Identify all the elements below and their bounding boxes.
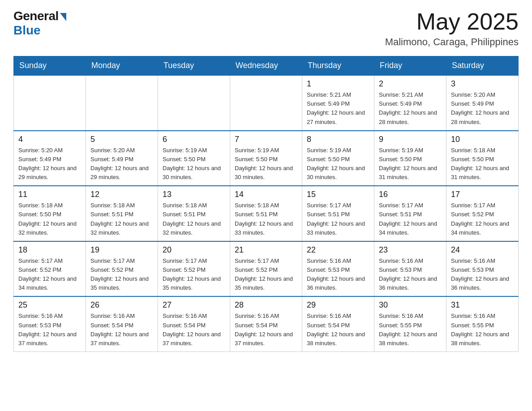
title-block: May 2025 Malimono, Caraga, Philippines <box>385 9 519 48</box>
day-number: 18 <box>18 245 81 255</box>
calendar-cell: 18Sunrise: 5:17 AMSunset: 5:52 PMDayligh… <box>14 241 86 297</box>
day-number: 12 <box>90 190 153 199</box>
day-info: Sunrise: 5:17 AMSunset: 5:51 PMDaylight:… <box>379 201 442 237</box>
day-info: Sunrise: 5:18 AMSunset: 5:50 PMDaylight:… <box>451 146 514 182</box>
day-number: 29 <box>307 300 369 310</box>
day-number: 7 <box>235 135 297 144</box>
calendar-cell: 13Sunrise: 5:18 AMSunset: 5:51 PMDayligh… <box>158 186 230 241</box>
day-number: 13 <box>163 190 225 199</box>
weekday-header-monday: Monday <box>86 56 158 76</box>
day-number: 25 <box>18 300 81 310</box>
calendar-cell <box>14 75 86 131</box>
calendar-cell: 17Sunrise: 5:17 AMSunset: 5:52 PMDayligh… <box>446 186 519 241</box>
calendar-cell: 26Sunrise: 5:16 AMSunset: 5:54 PMDayligh… <box>86 296 158 351</box>
day-number: 28 <box>235 300 297 310</box>
day-number: 1 <box>307 79 369 89</box>
day-info: Sunrise: 5:17 AMSunset: 5:52 PMDaylight:… <box>235 257 297 293</box>
day-info: Sunrise: 5:16 AMSunset: 5:54 PMDaylight:… <box>90 312 153 348</box>
day-number: 27 <box>163 300 225 310</box>
logo-arrow-icon <box>60 13 66 21</box>
day-info: Sunrise: 5:18 AMSunset: 5:51 PMDaylight:… <box>235 201 297 237</box>
day-number: 17 <box>451 190 514 199</box>
day-number: 19 <box>90 245 153 255</box>
day-number: 9 <box>379 135 442 144</box>
day-number: 26 <box>90 300 153 310</box>
calendar-cell: 3Sunrise: 5:20 AMSunset: 5:49 PMDaylight… <box>446 75 519 131</box>
day-info: Sunrise: 5:18 AMSunset: 5:51 PMDaylight:… <box>163 201 225 237</box>
day-number: 2 <box>379 79 442 89</box>
day-info: Sunrise: 5:17 AMSunset: 5:52 PMDaylight:… <box>451 201 514 237</box>
weekday-header-tuesday: Tuesday <box>158 56 230 76</box>
weekday-header-row: SundayMondayTuesdayWednesdayThursdayFrid… <box>14 56 519 76</box>
day-info: Sunrise: 5:17 AMSunset: 5:52 PMDaylight:… <box>90 257 153 293</box>
calendar-cell: 8Sunrise: 5:19 AMSunset: 5:50 PMDaylight… <box>302 131 374 186</box>
calendar-cell: 23Sunrise: 5:16 AMSunset: 5:53 PMDayligh… <box>374 241 446 297</box>
day-info: Sunrise: 5:16 AMSunset: 5:55 PMDaylight:… <box>451 312 514 348</box>
day-info: Sunrise: 5:21 AMSunset: 5:49 PMDaylight:… <box>379 90 442 127</box>
calendar-cell: 28Sunrise: 5:16 AMSunset: 5:54 PMDayligh… <box>230 296 302 351</box>
calendar-cell: 10Sunrise: 5:18 AMSunset: 5:50 PMDayligh… <box>446 131 519 186</box>
day-number: 22 <box>307 245 369 255</box>
calendar-cell: 6Sunrise: 5:19 AMSunset: 5:50 PMDaylight… <box>158 131 230 186</box>
calendar-cell: 2Sunrise: 5:21 AMSunset: 5:49 PMDaylight… <box>374 75 446 131</box>
weekday-header-wednesday: Wednesday <box>230 56 302 76</box>
day-number: 24 <box>451 245 514 255</box>
day-number: 20 <box>163 245 225 255</box>
day-number: 4 <box>18 135 81 144</box>
calendar-cell: 21Sunrise: 5:17 AMSunset: 5:52 PMDayligh… <box>230 241 302 297</box>
day-info: Sunrise: 5:16 AMSunset: 5:54 PMDaylight:… <box>235 312 297 348</box>
week-row-3: 11Sunrise: 5:18 AMSunset: 5:50 PMDayligh… <box>14 186 519 241</box>
logo-general-text: General <box>13 9 59 23</box>
day-info: Sunrise: 5:19 AMSunset: 5:50 PMDaylight:… <box>379 146 442 182</box>
day-number: 30 <box>379 300 442 310</box>
calendar-cell: 29Sunrise: 5:16 AMSunset: 5:54 PMDayligh… <box>302 296 374 351</box>
calendar-cell: 30Sunrise: 5:16 AMSunset: 5:55 PMDayligh… <box>374 296 446 351</box>
day-number: 3 <box>451 79 514 89</box>
calendar-cell: 5Sunrise: 5:20 AMSunset: 5:49 PMDaylight… <box>86 131 158 186</box>
calendar-cell: 20Sunrise: 5:17 AMSunset: 5:52 PMDayligh… <box>158 241 230 297</box>
day-number: 16 <box>379 190 442 199</box>
day-info: Sunrise: 5:19 AMSunset: 5:50 PMDaylight:… <box>163 146 225 182</box>
weekday-header-sunday: Sunday <box>14 56 86 76</box>
calendar-cell: 4Sunrise: 5:20 AMSunset: 5:49 PMDaylight… <box>14 131 86 186</box>
day-number: 31 <box>451 300 514 310</box>
day-info: Sunrise: 5:19 AMSunset: 5:50 PMDaylight:… <box>307 146 369 182</box>
day-info: Sunrise: 5:20 AMSunset: 5:49 PMDaylight:… <box>451 90 514 127</box>
day-info: Sunrise: 5:21 AMSunset: 5:49 PMDaylight:… <box>307 90 369 127</box>
month-title: May 2025 <box>385 9 519 34</box>
day-number: 14 <box>235 190 297 199</box>
day-info: Sunrise: 5:16 AMSunset: 5:53 PMDaylight:… <box>379 257 442 293</box>
day-number: 21 <box>235 245 297 255</box>
calendar-cell: 16Sunrise: 5:17 AMSunset: 5:51 PMDayligh… <box>374 186 446 241</box>
day-info: Sunrise: 5:17 AMSunset: 5:51 PMDaylight:… <box>307 201 369 237</box>
day-number: 15 <box>307 190 369 199</box>
day-number: 11 <box>18 190 81 199</box>
week-row-5: 25Sunrise: 5:16 AMSunset: 5:53 PMDayligh… <box>14 296 519 351</box>
calendar-cell: 25Sunrise: 5:16 AMSunset: 5:53 PMDayligh… <box>14 296 86 351</box>
calendar-cell: 22Sunrise: 5:16 AMSunset: 5:53 PMDayligh… <box>302 241 374 297</box>
calendar-cell: 9Sunrise: 5:19 AMSunset: 5:50 PMDaylight… <box>374 131 446 186</box>
calendar-cell <box>158 75 230 131</box>
calendar-cell <box>86 75 158 131</box>
location-title: Malimono, Caraga, Philippines <box>385 36 519 48</box>
calendar-cell: 11Sunrise: 5:18 AMSunset: 5:50 PMDayligh… <box>14 186 86 241</box>
day-info: Sunrise: 5:19 AMSunset: 5:50 PMDaylight:… <box>235 146 297 182</box>
calendar-table: SundayMondayTuesdayWednesdayThursdayFrid… <box>13 56 519 352</box>
calendar-cell: 12Sunrise: 5:18 AMSunset: 5:51 PMDayligh… <box>86 186 158 241</box>
calendar-cell: 27Sunrise: 5:16 AMSunset: 5:54 PMDayligh… <box>158 296 230 351</box>
calendar-cell: 24Sunrise: 5:16 AMSunset: 5:53 PMDayligh… <box>446 241 519 297</box>
day-info: Sunrise: 5:16 AMSunset: 5:54 PMDaylight:… <box>163 312 225 348</box>
week-row-4: 18Sunrise: 5:17 AMSunset: 5:52 PMDayligh… <box>14 241 519 297</box>
day-info: Sunrise: 5:20 AMSunset: 5:49 PMDaylight:… <box>90 146 153 182</box>
day-info: Sunrise: 5:17 AMSunset: 5:52 PMDaylight:… <box>163 257 225 293</box>
day-number: 10 <box>451 135 514 144</box>
day-info: Sunrise: 5:20 AMSunset: 5:49 PMDaylight:… <box>18 146 81 182</box>
day-number: 23 <box>379 245 442 255</box>
calendar-cell <box>230 75 302 131</box>
day-info: Sunrise: 5:17 AMSunset: 5:52 PMDaylight:… <box>18 257 81 293</box>
calendar-cell: 14Sunrise: 5:18 AMSunset: 5:51 PMDayligh… <box>230 186 302 241</box>
page-header: General Blue May 2025 Malimono, Caraga, … <box>13 9 519 48</box>
calendar-cell: 7Sunrise: 5:19 AMSunset: 5:50 PMDaylight… <box>230 131 302 186</box>
day-info: Sunrise: 5:16 AMSunset: 5:53 PMDaylight:… <box>451 257 514 293</box>
week-row-1: 1Sunrise: 5:21 AMSunset: 5:49 PMDaylight… <box>14 75 519 131</box>
